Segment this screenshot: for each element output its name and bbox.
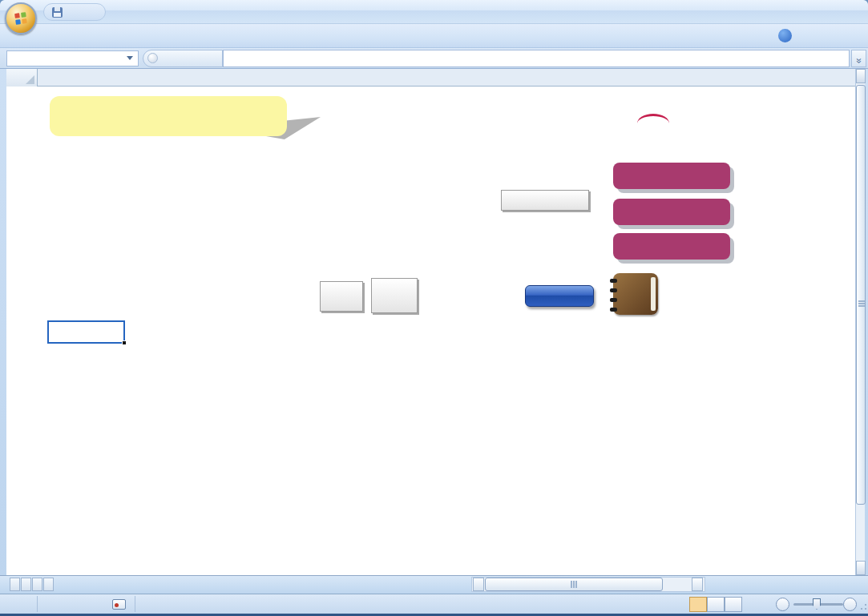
input-button[interactable] [501,190,589,211]
horizontal-scroll-thumb[interactable] [485,578,663,591]
status-bar [0,594,868,614]
scroll-up-icon[interactable] [856,69,866,83]
ribbon-strip [0,24,868,48]
book-spine-dot [610,288,617,292]
fill-handle[interactable] [122,340,127,345]
search-button[interactable] [320,281,363,312]
zoom-slider-thumb[interactable] [813,598,821,610]
quick-access-toolbar [43,3,106,21]
tab-nav-next[interactable] [32,578,42,591]
formula-bar-resize-icon[interactable] [147,53,158,63]
date-sort-button[interactable] [525,285,594,307]
sheet-tab-bar [0,575,868,594]
scroll-left-icon[interactable] [473,578,484,591]
sheet-canvas [6,87,855,575]
office-button[interactable] [5,2,37,34]
basic-info-button[interactable] [613,199,730,225]
office-logo-icon [14,12,27,25]
page-title [50,96,287,136]
view-normal-button[interactable] [689,597,707,612]
zoom-out-icon[interactable] [776,598,789,611]
save-icon[interactable] [52,7,63,18]
help-icon[interactable] [778,29,792,42]
tax-invoice-summary-button[interactable] [613,233,730,260]
worksheet [6,69,855,575]
formula-bar-expand-icon[interactable]: « [851,50,866,67]
scroll-down-icon[interactable] [856,561,866,575]
scroll-grip-icon [858,300,865,302]
name-box[interactable] [6,50,139,66]
name-box-dropdown-icon[interactable] [127,56,133,63]
tab-nav-first[interactable] [10,578,20,591]
vertical-scrollbar[interactable] [855,69,865,575]
scroll-right-icon[interactable] [692,578,703,591]
status-separator [37,596,38,612]
brand-arc-icon [637,114,669,123]
view-page-break-button[interactable] [725,597,742,612]
active-cell-selection[interactable] [47,320,125,344]
book-spine-dot [610,279,617,283]
zoom-in-icon[interactable] [843,598,857,611]
excel-window: « [0,0,868,616]
tab-nav-last[interactable] [43,578,54,591]
tab-nav-prev[interactable] [21,578,31,591]
book-spine-dot [610,298,617,302]
book-spine-dot [610,308,617,312]
scroll-grip-icon [571,581,572,588]
view-all-button[interactable] [371,278,418,313]
window-resize-grip-icon[interactable] [857,600,866,610]
macro-record-icon[interactable] [112,599,126,610]
vertical-scroll-thumb[interactable] [856,85,866,505]
formula-input[interactable] [223,50,850,67]
usage-guide-button[interactable] [613,163,730,189]
status-separator [135,596,135,612]
excel-manual-icon[interactable] [613,273,658,315]
column-headers [6,69,855,87]
view-page-layout-button[interactable] [707,597,725,612]
select-all-corner[interactable] [6,69,38,87]
title-bar [0,0,868,24]
